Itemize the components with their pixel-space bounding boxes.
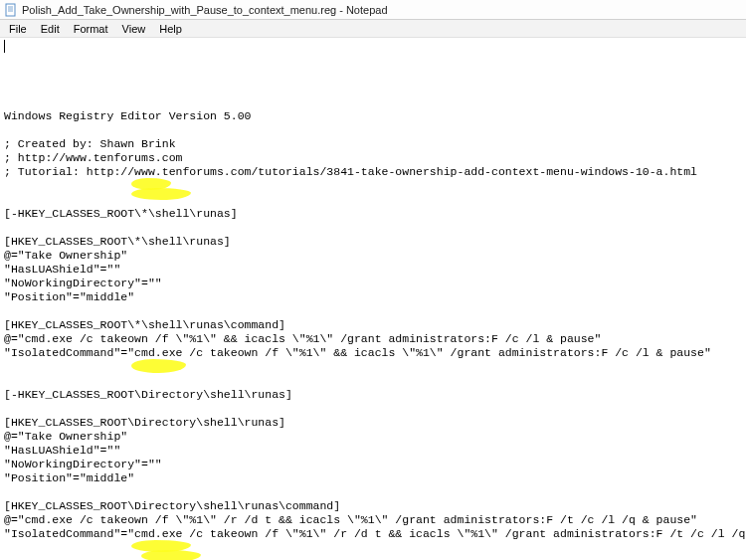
svg-rect-0	[6, 4, 15, 16]
text-caret	[4, 40, 5, 53]
text-editor[interactable]: Windows Registry Editor Version 5.00 ; C…	[0, 38, 746, 560]
menu-edit[interactable]: Edit	[34, 22, 67, 36]
menu-format[interactable]: Format	[67, 22, 115, 36]
menu-bar: File Edit Format View Help	[0, 20, 746, 38]
window-title: Polish_Add_Take_Ownership_with_Pause_to_…	[22, 4, 388, 16]
title-bar: Polish_Add_Take_Ownership_with_Pause_to_…	[0, 0, 746, 20]
editor-text: Windows Registry Editor Version 5.00 ; C…	[4, 109, 742, 560]
menu-help[interactable]: Help	[152, 22, 189, 36]
menu-view[interactable]: View	[115, 22, 153, 36]
notepad-icon	[4, 3, 18, 17]
menu-file[interactable]: File	[2, 22, 34, 36]
